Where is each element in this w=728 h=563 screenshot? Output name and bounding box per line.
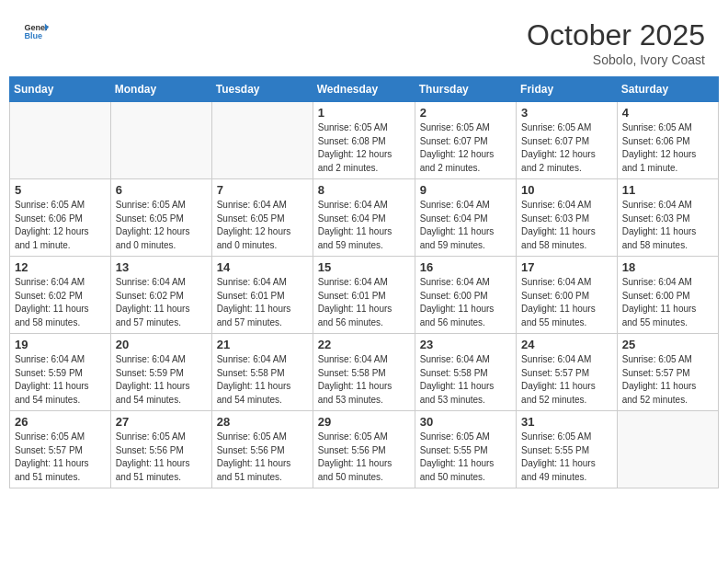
calendar-cell: 29Sunrise: 6:05 AM Sunset: 5:56 PM Dayli… (313, 411, 415, 488)
day-info: Sunrise: 6:04 AM Sunset: 6:03 PM Dayligh… (521, 199, 612, 252)
day-info: Sunrise: 6:05 AM Sunset: 5:55 PM Dayligh… (420, 431, 511, 484)
calendar-cell (211, 102, 313, 179)
calendar-table: SundayMondayTuesdayWednesdayThursdayFrid… (9, 76, 719, 488)
day-info: Sunrise: 6:04 AM Sunset: 5:59 PM Dayligh… (116, 353, 207, 407)
weekday-header-friday: Friday (517, 77, 618, 102)
day-number: 23 (420, 338, 511, 351)
calendar-cell: 18Sunrise: 6:04 AM Sunset: 6:00 PM Dayli… (617, 257, 718, 334)
day-number: 14 (217, 260, 308, 274)
day-info: Sunrise: 6:05 AM Sunset: 5:56 PM Dayligh… (116, 431, 207, 484)
calendar-cell (110, 102, 211, 179)
weekday-header-thursday: Thursday (415, 77, 516, 102)
calendar-cell: 24Sunrise: 6:04 AM Sunset: 5:57 PM Dayli… (517, 334, 618, 411)
day-info: Sunrise: 6:04 AM Sunset: 6:00 PM Dayligh… (420, 276, 511, 329)
day-number: 15 (318, 260, 410, 274)
day-info: Sunrise: 6:04 AM Sunset: 5:58 PM Dayligh… (217, 353, 308, 407)
day-number: 31 (521, 415, 612, 429)
day-info: Sunrise: 6:04 AM Sunset: 6:02 PM Dayligh… (116, 276, 207, 329)
location-subtitle: Sobolo, Ivory Coast (527, 52, 705, 67)
day-number: 29 (318, 415, 410, 429)
day-number: 17 (521, 260, 612, 274)
calendar-cell: 7Sunrise: 6:04 AM Sunset: 6:05 PM Daylig… (211, 179, 313, 257)
day-info: Sunrise: 6:05 AM Sunset: 5:55 PM Dayligh… (521, 431, 612, 484)
calendar-cell: 26Sunrise: 6:05 AM Sunset: 5:57 PM Dayli… (10, 411, 111, 488)
calendar-cell: 15Sunrise: 6:04 AM Sunset: 6:01 PM Dayli… (313, 257, 415, 334)
calendar-week-row: 5Sunrise: 6:05 AM Sunset: 6:06 PM Daylig… (10, 179, 719, 257)
calendar-week-row: 26Sunrise: 6:05 AM Sunset: 5:57 PM Dayli… (10, 411, 719, 488)
day-info: Sunrise: 6:04 AM Sunset: 6:04 PM Dayligh… (420, 199, 511, 252)
day-number: 25 (622, 338, 713, 351)
day-info: Sunrise: 6:04 AM Sunset: 6:01 PM Dayligh… (318, 276, 410, 329)
day-info: Sunrise: 6:04 AM Sunset: 5:59 PM Dayligh… (15, 353, 106, 407)
day-info: Sunrise: 6:05 AM Sunset: 6:07 PM Dayligh… (521, 121, 612, 175)
calendar-cell: 4Sunrise: 6:05 AM Sunset: 6:06 PM Daylig… (617, 102, 718, 179)
day-number: 11 (622, 183, 713, 197)
calendar-cell: 14Sunrise: 6:04 AM Sunset: 6:01 PM Dayli… (211, 257, 313, 334)
day-number: 19 (15, 338, 106, 351)
calendar-cell: 6Sunrise: 6:05 AM Sunset: 6:05 PM Daylig… (110, 179, 211, 257)
day-number: 1 (318, 106, 410, 120)
day-number: 12 (15, 260, 106, 274)
logo-icon: General Blue (23, 18, 49, 44)
calendar-cell: 27Sunrise: 6:05 AM Sunset: 5:56 PM Dayli… (110, 411, 211, 488)
day-number: 24 (521, 338, 612, 351)
calendar-cell: 9Sunrise: 6:04 AM Sunset: 6:04 PM Daylig… (415, 179, 516, 257)
day-number: 13 (116, 260, 207, 274)
calendar-week-row: 1Sunrise: 6:05 AM Sunset: 6:08 PM Daylig… (10, 102, 719, 179)
day-number: 5 (15, 183, 106, 197)
weekday-header-tuesday: Tuesday (211, 77, 313, 102)
day-info: Sunrise: 6:04 AM Sunset: 6:02 PM Dayligh… (15, 276, 106, 329)
calendar-cell: 23Sunrise: 6:04 AM Sunset: 5:58 PM Dayli… (415, 334, 516, 411)
page-header: General Blue October 2025 Sobolo, Ivory … (9, 9, 719, 72)
day-number: 8 (318, 183, 410, 197)
day-number: 30 (420, 415, 511, 429)
weekday-header-row: SundayMondayTuesdayWednesdayThursdayFrid… (10, 77, 719, 102)
day-info: Sunrise: 6:04 AM Sunset: 6:00 PM Dayligh… (622, 276, 713, 329)
day-info: Sunrise: 6:05 AM Sunset: 5:57 PM Dayligh… (622, 353, 713, 407)
day-number: 4 (622, 106, 713, 120)
day-number: 26 (15, 415, 106, 429)
day-info: Sunrise: 6:05 AM Sunset: 6:08 PM Dayligh… (318, 121, 410, 175)
calendar-cell: 11Sunrise: 6:04 AM Sunset: 6:03 PM Dayli… (617, 179, 718, 257)
day-number: 16 (420, 260, 511, 274)
title-block: October 2025 Sobolo, Ivory Coast (527, 18, 705, 67)
calendar-cell: 2Sunrise: 6:05 AM Sunset: 6:07 PM Daylig… (415, 102, 516, 179)
calendar-cell (617, 411, 718, 488)
calendar-cell: 19Sunrise: 6:04 AM Sunset: 5:59 PM Dayli… (10, 334, 111, 411)
month-title: October 2025 (527, 18, 705, 52)
day-number: 20 (116, 338, 207, 351)
weekday-header-sunday: Sunday (10, 77, 111, 102)
day-info: Sunrise: 6:04 AM Sunset: 5:58 PM Dayligh… (420, 353, 511, 407)
calendar-cell: 25Sunrise: 6:05 AM Sunset: 5:57 PM Dayli… (617, 334, 718, 411)
svg-text:Blue: Blue (24, 31, 42, 40)
day-info: Sunrise: 6:04 AM Sunset: 6:05 PM Dayligh… (217, 199, 308, 252)
calendar-cell: 8Sunrise: 6:04 AM Sunset: 6:04 PM Daylig… (313, 179, 415, 257)
calendar-cell: 10Sunrise: 6:04 AM Sunset: 6:03 PM Dayli… (517, 179, 618, 257)
day-info: Sunrise: 6:05 AM Sunset: 6:07 PM Dayligh… (420, 121, 511, 175)
day-info: Sunrise: 6:04 AM Sunset: 6:00 PM Dayligh… (521, 276, 612, 329)
weekday-header-saturday: Saturday (617, 77, 718, 102)
calendar-cell: 31Sunrise: 6:05 AM Sunset: 5:55 PM Dayli… (517, 411, 618, 488)
weekday-header-monday: Monday (110, 77, 211, 102)
calendar-cell: 30Sunrise: 6:05 AM Sunset: 5:55 PM Dayli… (415, 411, 516, 488)
day-number: 3 (521, 106, 612, 120)
day-number: 28 (217, 415, 308, 429)
day-info: Sunrise: 6:05 AM Sunset: 6:05 PM Dayligh… (116, 199, 207, 252)
day-number: 10 (521, 183, 612, 197)
day-number: 7 (217, 183, 308, 197)
day-info: Sunrise: 6:05 AM Sunset: 5:56 PM Dayligh… (318, 431, 410, 484)
calendar-cell: 5Sunrise: 6:05 AM Sunset: 6:06 PM Daylig… (10, 179, 111, 257)
day-info: Sunrise: 6:05 AM Sunset: 5:57 PM Dayligh… (15, 431, 106, 484)
calendar-cell (10, 102, 111, 179)
calendar-cell: 12Sunrise: 6:04 AM Sunset: 6:02 PM Dayli… (10, 257, 111, 334)
calendar-cell: 1Sunrise: 6:05 AM Sunset: 6:08 PM Daylig… (313, 102, 415, 179)
day-info: Sunrise: 6:04 AM Sunset: 5:57 PM Dayligh… (521, 353, 612, 407)
day-info: Sunrise: 6:04 AM Sunset: 6:01 PM Dayligh… (217, 276, 308, 329)
day-number: 22 (318, 338, 410, 351)
day-number: 2 (420, 106, 511, 120)
calendar-week-row: 12Sunrise: 6:04 AM Sunset: 6:02 PM Dayli… (10, 257, 719, 334)
calendar-cell: 3Sunrise: 6:05 AM Sunset: 6:07 PM Daylig… (517, 102, 618, 179)
calendar-cell: 22Sunrise: 6:04 AM Sunset: 5:58 PM Dayli… (313, 334, 415, 411)
day-number: 27 (116, 415, 207, 429)
day-number: 6 (116, 183, 207, 197)
